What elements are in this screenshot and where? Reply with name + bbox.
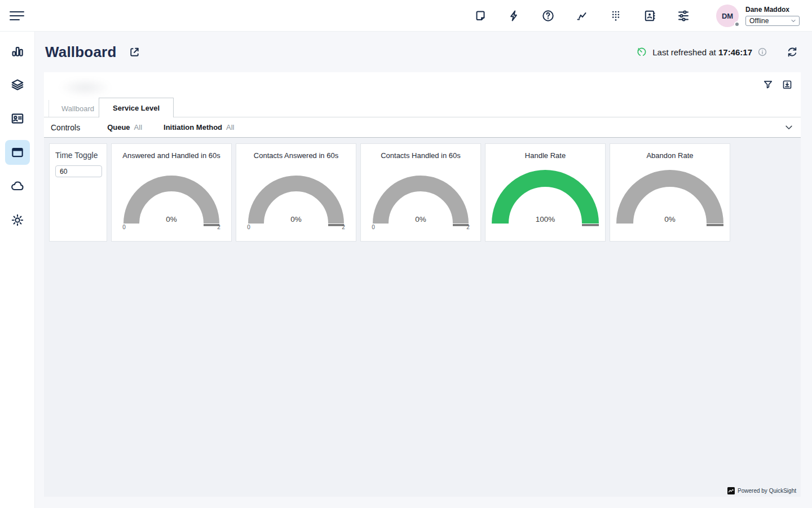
user-name: Dane Maddox bbox=[745, 6, 800, 14]
refresh-icon bbox=[786, 46, 798, 58]
widgets-row: Time Toggle Answered and Handled in 60s … bbox=[49, 143, 730, 242]
gauge-chart: 0% bbox=[610, 163, 730, 231]
svg-text:0%: 0% bbox=[415, 215, 426, 224]
gauge-title: Contacts Answered in 60s bbox=[236, 151, 356, 160]
tab-service-level[interactable]: Service Level bbox=[99, 98, 174, 117]
gauge-chart: 0% 0 2 bbox=[361, 163, 480, 231]
filter-initiation-method[interactable]: Initiation Method All bbox=[164, 123, 234, 132]
tab-wallboard[interactable]: Wallboard bbox=[48, 100, 107, 117]
sidebar-item-layers[interactable] bbox=[5, 72, 30, 97]
dialpad-icon[interactable] bbox=[609, 9, 623, 23]
menu-icon[interactable] bbox=[9, 9, 25, 23]
page-title: Wallboard bbox=[45, 43, 117, 61]
gauge-title: Contacts Handled in 60s bbox=[361, 151, 480, 160]
browser-window-icon bbox=[10, 145, 25, 160]
timer-icon bbox=[636, 46, 647, 58]
gauge-chart: 0% 0 2 bbox=[236, 163, 356, 231]
bar-chart-icon bbox=[10, 43, 25, 58]
last-refreshed-text: Last refreshed at 17:46:17 bbox=[652, 47, 752, 57]
agent-status-select[interactable]: Offline bbox=[745, 16, 800, 26]
ghost-watermark bbox=[48, 75, 122, 100]
gauge-card-contacts-answered: Contacts Answered in 60s 0% 0 2 bbox=[236, 143, 356, 242]
lightning-icon[interactable] bbox=[508, 9, 521, 23]
filter-queue[interactable]: Queue All bbox=[107, 123, 142, 132]
avatar[interactable]: DM bbox=[716, 5, 739, 27]
gear-icon bbox=[10, 213, 25, 227]
svg-text:0: 0 bbox=[247, 224, 250, 230]
gauge-card-handle-rate: Handle Rate 100% bbox=[485, 143, 606, 242]
refresh-button[interactable] bbox=[786, 46, 798, 58]
quicksight-logo-icon bbox=[727, 487, 735, 494]
quicksight-embed: Wallboard Service Level Controls Queue A… bbox=[44, 72, 801, 497]
export-icon[interactable] bbox=[782, 79, 793, 90]
svg-text:0: 0 bbox=[372, 224, 375, 230]
time-toggle-card: Time Toggle bbox=[49, 143, 107, 242]
metrics-icon[interactable] bbox=[575, 9, 589, 23]
svg-text:0%: 0% bbox=[166, 215, 177, 224]
svg-text:0%: 0% bbox=[664, 215, 676, 224]
sidebar-item-wallboard[interactable] bbox=[5, 140, 30, 165]
page-header: Wallboard Last refreshed at 17:46:17 bbox=[35, 32, 812, 72]
svg-text:0%: 0% bbox=[290, 215, 302, 224]
gauge-chart: 0% 0 2 bbox=[112, 163, 231, 231]
avatar-initials: DM bbox=[722, 12, 733, 20]
sidebar-item-metrics[interactable] bbox=[5, 38, 30, 63]
gauge-chart: 100% bbox=[486, 163, 605, 231]
svg-text:100%: 100% bbox=[536, 215, 555, 224]
controls-row: Controls Queue All Initiation Method All bbox=[44, 117, 801, 138]
svg-text:2: 2 bbox=[466, 224, 470, 230]
svg-text:2: 2 bbox=[217, 224, 220, 230]
dashboard-panel: Wallboard Service Level Controls Queue A… bbox=[44, 72, 801, 138]
gauge-card-abandon-rate: Abandon Rate 0% bbox=[610, 143, 730, 242]
status-dot bbox=[734, 21, 740, 27]
gauge-title: Answered and Handled in 60s bbox=[112, 151, 231, 160]
controls-label: Controls bbox=[51, 123, 80, 132]
svg-text:2: 2 bbox=[342, 224, 345, 230]
main-content: Wallboard Last refreshed at 17:46:17 bbox=[35, 32, 812, 508]
directory-icon[interactable] bbox=[643, 9, 656, 23]
time-toggle-label: Time Toggle bbox=[55, 151, 101, 160]
user-area: DM Dane Maddox Offline bbox=[716, 5, 800, 27]
cloud-icon bbox=[10, 179, 25, 194]
agent-status-value: Offline bbox=[749, 17, 769, 25]
sidebar-item-contacts[interactable] bbox=[5, 106, 30, 131]
gauge-card-answered-handled: Answered and Handled in 60s 0% 0 2 bbox=[111, 143, 232, 242]
layers-icon bbox=[10, 77, 25, 92]
top-bar: DM Dane Maddox Offline bbox=[0, 0, 812, 32]
topbar-actions: DM Dane Maddox Offline bbox=[474, 0, 800, 32]
tab-strip: Wallboard Service Level bbox=[44, 98, 801, 117]
svg-text:0: 0 bbox=[122, 224, 126, 230]
sidebar-nav bbox=[0, 32, 35, 508]
sidebar-item-cloud[interactable] bbox=[5, 174, 30, 199]
sliders-icon[interactable] bbox=[677, 9, 690, 23]
controls-collapse-button[interactable] bbox=[784, 122, 794, 133]
info-icon[interactable] bbox=[757, 47, 767, 57]
gauge-title: Abandon Rate bbox=[610, 151, 730, 160]
powered-by-quicksight: Powered by QuickSight bbox=[727, 487, 796, 494]
help-icon[interactable] bbox=[541, 9, 555, 23]
chevron-down-icon bbox=[791, 18, 796, 24]
sidebar-item-settings[interactable] bbox=[5, 208, 30, 233]
chevron-down-icon bbox=[784, 122, 794, 133]
external-link-icon[interactable] bbox=[128, 46, 141, 59]
time-toggle-input[interactable] bbox=[55, 165, 102, 177]
contact-card-icon bbox=[10, 111, 25, 126]
filter-icon[interactable] bbox=[762, 79, 774, 90]
gauge-card-contacts-handled: Contacts Handled in 60s 0% 0 2 bbox=[360, 143, 481, 242]
note-icon[interactable] bbox=[474, 9, 487, 23]
gauge-title: Handle Rate bbox=[486, 151, 605, 160]
